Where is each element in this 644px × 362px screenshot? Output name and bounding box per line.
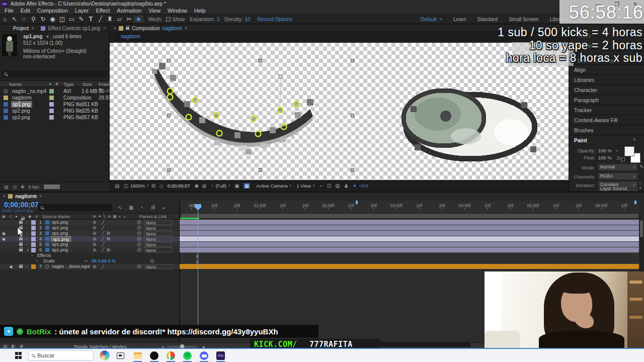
label-swatch[interactable] — [49, 115, 54, 120]
tab-project[interactable]: Project — [13, 26, 29, 31]
zoom-level[interactable]: 1600% — [130, 183, 145, 189]
layer-row-4-selected[interactable]: ◉ › 4 sp1.png ⊕ ╱ fx @ None∨ — [0, 236, 179, 242]
parent-select[interactable]: None∨ — [144, 242, 172, 247]
pickwhip-icon[interactable]: @ — [137, 247, 141, 253]
fx-badge[interactable]: fx — [107, 247, 110, 253]
close-tab-icon[interactable]: × — [114, 26, 116, 31]
obs-icon[interactable] — [146, 349, 163, 362]
menu-window[interactable]: Window — [168, 8, 187, 14]
density-value[interactable]: 10 — [245, 17, 250, 22]
eraser-tool-icon[interactable]: ▱ — [115, 16, 124, 23]
scale-value[interactable]: 88.0,88.0 % — [92, 258, 116, 264]
tab-libraries[interactable]: Libraries — [569, 74, 644, 84]
chrome-icon[interactable] — [163, 349, 179, 362]
window-close-icon[interactable]: × — [633, 0, 637, 8]
exposure-value[interactable]: +0.0 — [359, 183, 368, 189]
pickwhip-icon[interactable]: @ — [137, 225, 141, 231]
new-folder-icon[interactable]: ◳ — [13, 185, 17, 190]
pickwhip-icon[interactable]: @ — [137, 236, 141, 242]
magnification-icon[interactable]: ◫ — [123, 183, 128, 189]
layer-row-7[interactable]: ◀ › 7 nagito ...itions.mp4 ⊕ ╱ @ None∨ — [0, 264, 179, 269]
show-snapshot-icon[interactable]: ◍ — [202, 183, 207, 189]
home-tool-icon[interactable]: ⌂ — [0, 16, 10, 23]
tab-overflow-icon[interactable]: » — [103, 26, 106, 31]
pickwhip-icon[interactable]: @ — [150, 258, 154, 264]
mode-select[interactable]: Normal∨ — [598, 164, 637, 170]
menu-effect[interactable]: Effect — [96, 8, 110, 14]
always-preview-icon[interactable]: ▤ — [115, 183, 119, 189]
expand-icon[interactable]: › — [26, 264, 28, 269]
layer-color-swatch[interactable] — [31, 242, 36, 247]
layer-bar-1[interactable] — [180, 220, 639, 225]
fast-previews-icon[interactable]: ⊡ — [327, 183, 331, 189]
expansion-value[interactable]: 3 — [217, 17, 220, 22]
window-minimize-icon[interactable]: — — [595, 1, 601, 7]
comp-breadcrumb[interactable]: nagitorm — [117, 33, 144, 40]
layer-name[interactable]: sp1.png — [52, 247, 68, 253]
channels-select[interactable]: RGBA∨ — [598, 173, 637, 179]
selection-tool-icon[interactable]: ↖ — [10, 16, 19, 23]
frame-blending-icon[interactable]: ⊞ — [151, 205, 155, 210]
project-row-sp3[interactable]: sp3.png PNG file 357 KB — [0, 114, 110, 121]
collapse-icon[interactable]: ╱ — [102, 225, 104, 231]
zoom-tool-icon[interactable]: ⚲ — [29, 16, 38, 23]
link-dimensions-icon[interactable]: ∞ — [85, 258, 88, 264]
parent-select[interactable]: None∨ — [144, 264, 172, 269]
camera-select[interactable]: Active Camera — [256, 183, 287, 189]
label-swatch[interactable] — [49, 89, 54, 94]
expand-icon[interactable]: › — [26, 231, 28, 236]
menu-help[interactable]: Help — [194, 8, 206, 14]
pen-tool-icon[interactable]: ✎ — [76, 16, 86, 23]
stopwatch-icon[interactable]: ◔ — [35, 258, 38, 264]
erase-select[interactable]: Layer Source & Pa∨ — [598, 189, 637, 191]
menu-animation[interactable]: Animation — [117, 8, 141, 14]
layer-bar-2[interactable] — [180, 225, 639, 230]
timeline-zoom-slider[interactable] — [167, 346, 197, 347]
default-colors-icon[interactable] — [621, 158, 625, 161]
expand-icon[interactable]: › — [31, 253, 33, 258]
paint-panel-menu-icon[interactable]: ≡ — [633, 137, 635, 142]
comp-canvas[interactable] — [110, 43, 569, 180]
tab-tracker[interactable]: Tracker — [569, 105, 644, 115]
channels-icon[interactable]: ◔ — [210, 183, 213, 189]
safe-areas-icon[interactable]: ⊞ — [151, 183, 155, 189]
layer-name[interactable]: sp1.png — [52, 231, 68, 236]
layer-row-2[interactable]: › 2 sp1.png ⊕ ╱ @ None∨ — [0, 225, 179, 231]
layer-color-swatch[interactable] — [31, 220, 36, 225]
lock-icon[interactable] — [126, 27, 129, 30]
mesh-show-checkbox[interactable] — [166, 17, 171, 22]
quality-icon[interactable]: ⊕ — [93, 220, 97, 225]
collapse-icon[interactable]: ╱ — [102, 236, 104, 242]
region-of-interest-icon[interactable]: ▣ — [234, 183, 239, 189]
lock-icon[interactable] — [19, 221, 23, 224]
pixel-aspect-icon[interactable]: ⌐ — [320, 183, 323, 189]
work-area-marker[interactable] — [356, 201, 358, 204]
project-row-sp2[interactable]: sp2.png PNG file 325 KB — [0, 108, 110, 114]
layer-bar-5[interactable] — [180, 242, 639, 247]
layer-row-5[interactable]: › 5 sp1.png ⊕ ╱ @ None∨ — [0, 242, 179, 247]
parent-select[interactable]: None∨ — [144, 225, 172, 230]
pickwhip-icon[interactable]: @ — [137, 242, 141, 247]
tab-paragraph[interactable]: Paragraph — [569, 95, 644, 105]
timeline-tab-name[interactable]: nagitorm — [15, 194, 37, 199]
taskbar-search-input[interactable]: Buscar — [28, 350, 94, 360]
window-restore-icon[interactable]: ❐ — [614, 1, 619, 8]
label-swatch[interactable] — [49, 96, 54, 100]
source-name-column[interactable]: Source Name — [42, 214, 70, 219]
flowchart-icon[interactable]: ♟ — [344, 183, 349, 189]
tab-composition-label[interactable]: Composition — [132, 26, 160, 31]
quality-icon[interactable]: ⊕ — [93, 242, 97, 247]
snapshot-icon[interactable]: ◙ — [195, 183, 198, 189]
label-swatch[interactable] — [49, 109, 54, 113]
tab-character[interactable]: Character — [569, 84, 644, 95]
lock-icon[interactable] — [19, 249, 23, 251]
collapse-icon[interactable]: ╱ — [102, 231, 104, 236]
collapse-icon[interactable]: ╱ — [102, 247, 104, 253]
motion-blur-icon[interactable]: ◒ — [162, 205, 165, 210]
timeline-timecode[interactable]: 0;00;00;07 — [4, 201, 39, 209]
workspace-menu-icon[interactable]: ≡ — [440, 17, 442, 22]
draft-3d-icon[interactable]: ▦ — [129, 205, 133, 210]
resolution-select[interactable]: (Full) — [215, 183, 226, 189]
rotate-tool-icon[interactable]: ↻ — [38, 16, 48, 23]
audio-icon[interactable]: ◀ — [9, 264, 12, 269]
